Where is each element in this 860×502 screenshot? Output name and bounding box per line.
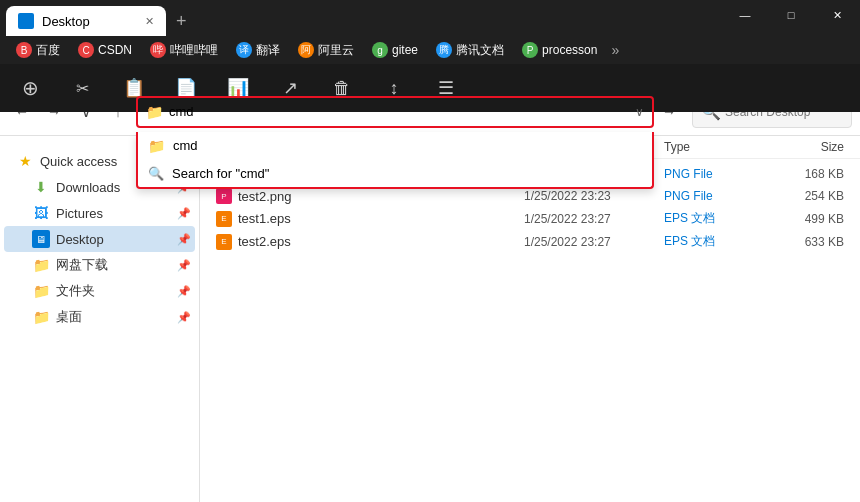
- sidebar-pictures-label: Pictures: [56, 206, 103, 221]
- file-size: 168 KB: [764, 167, 844, 181]
- table-row[interactable]: E test1.eps 1/25/2022 23:27 EPS 文档 499 K…: [200, 207, 860, 230]
- png-file-icon: P: [216, 188, 232, 204]
- sidebar-item-pictures[interactable]: 🖼 Pictures 📌: [4, 200, 195, 226]
- bookmark-bilibili[interactable]: 哔 哔哩哔哩: [142, 40, 226, 61]
- bookmark-label: 哔哩哔哩: [170, 42, 218, 59]
- address-input[interactable]: [169, 104, 629, 119]
- pin-icon: 📌: [177, 259, 191, 272]
- address-bar[interactable]: 📁 ∨: [136, 96, 654, 128]
- address-chevron-icon[interactable]: ∨: [635, 105, 644, 119]
- tencent-docs-icon: 腾: [436, 42, 452, 58]
- file-name-label: test2.eps: [238, 234, 291, 249]
- sidebar-item-desktop2[interactable]: 📁 桌面 📌: [4, 304, 195, 330]
- file-size: 254 KB: [764, 189, 844, 203]
- sidebar-item-netdisk[interactable]: 📁 网盘下载 📌: [4, 252, 195, 278]
- bookmark-csdn[interactable]: C CSDN: [70, 40, 140, 60]
- bookmark-translate[interactable]: 译 翻译: [228, 40, 288, 61]
- file-type: EPS 文档: [664, 210, 764, 227]
- sidebar-desktop2-label: 桌面: [56, 308, 82, 326]
- dropdown-item-search-cmd[interactable]: 🔍 Search for "cmd": [138, 160, 652, 187]
- quick-access-label: Quick access: [40, 154, 117, 169]
- bookmark-label: processon: [542, 43, 597, 57]
- sidebar-folder-label: 文件夹: [56, 282, 95, 300]
- translate-icon: 译: [236, 42, 252, 58]
- bookmark-label: CSDN: [98, 43, 132, 57]
- file-explorer: ← → ∨ ↑ 📁 ∨ 📁 cmd 🔍 Search for "cmd": [0, 88, 860, 502]
- sidebar-desktop-label: Desktop: [56, 232, 104, 247]
- pin-icon: 📌: [177, 285, 191, 298]
- active-tab[interactable]: Desktop ✕: [6, 6, 166, 36]
- bookmark-label: gitee: [392, 43, 418, 57]
- file-type: PNG File: [664, 189, 764, 203]
- sidebar: ★ Quick access ⬇ Downloads 📌 🖼 Pictures …: [0, 136, 200, 502]
- minimize-button[interactable]: —: [722, 0, 768, 30]
- file-name-label: test2.png: [238, 189, 292, 204]
- file-date: 1/25/2022 23:23: [524, 189, 664, 203]
- desktop2-icon: 📁: [32, 308, 50, 326]
- bookmarks-more-icon[interactable]: »: [611, 42, 619, 58]
- file-date: 1/25/2022 23:27: [524, 212, 664, 226]
- bookmark-label: 阿里云: [318, 42, 354, 59]
- eps-file-icon: E: [216, 211, 232, 227]
- downloads-icon: ⬇: [32, 178, 50, 196]
- file-type: PNG File: [664, 167, 764, 181]
- bookmark-label: 翻译: [256, 42, 280, 59]
- pin-icon: 📌: [177, 207, 191, 220]
- bookmarks-bar: B 百度 C CSDN 哔 哔哩哔哩 译 翻译 阿 阿里云 g gitee 腾 …: [0, 36, 860, 64]
- window-controls: — □ ✕: [722, 0, 860, 30]
- column-header-size[interactable]: Size: [764, 140, 844, 154]
- dropdown-folder-icon: 📁: [148, 138, 165, 154]
- star-icon: ★: [16, 152, 34, 170]
- eps-file-icon: E: [216, 234, 232, 250]
- desktop-icon: 🖥: [32, 230, 50, 248]
- dropdown-item-label: cmd: [173, 138, 198, 153]
- address-dropdown: 📁 cmd 🔍 Search for "cmd": [136, 132, 654, 189]
- sidebar-downloads-label: Downloads: [56, 180, 120, 195]
- bookmark-processon[interactable]: P processon: [514, 40, 605, 60]
- sidebar-item-desktop[interactable]: 🖥 Desktop 📌: [4, 226, 195, 252]
- bookmark-label: 百度: [36, 42, 60, 59]
- dropdown-search-icon: 🔍: [148, 166, 164, 181]
- bookmark-label: 腾讯文档: [456, 42, 504, 59]
- bilibili-icon: 哔: [150, 42, 166, 58]
- gitee-icon: g: [372, 42, 388, 58]
- file-size: 499 KB: [764, 212, 844, 226]
- tab-folder-icon: [18, 13, 34, 29]
- column-header-type[interactable]: Type: [664, 140, 764, 154]
- pin-icon: 📌: [177, 233, 191, 246]
- file-type: EPS 文档: [664, 233, 764, 250]
- new-tab-button[interactable]: +: [170, 9, 193, 34]
- explorer-body: ★ Quick access ⬇ Downloads 📌 🖼 Pictures …: [0, 136, 860, 502]
- csdn-icon: C: [78, 42, 94, 58]
- folder-icon: 📁: [32, 282, 50, 300]
- pin-icon: 📌: [177, 311, 191, 324]
- file-size: 633 KB: [764, 235, 844, 249]
- table-row[interactable]: E test2.eps 1/25/2022 23:27 EPS 文档 633 K…: [200, 230, 860, 253]
- sidebar-item-folder[interactable]: 📁 文件夹 📌: [4, 278, 195, 304]
- dropdown-search-label: Search for "cmd": [172, 166, 269, 181]
- bookmark-baidu[interactable]: B 百度: [8, 40, 68, 61]
- address-bar-container: 📁 ∨ 📁 cmd 🔍 Search for "cmd": [136, 96, 654, 128]
- close-button[interactable]: ✕: [814, 0, 860, 30]
- bookmark-gitee[interactable]: g gitee: [364, 40, 426, 60]
- baidu-icon: B: [16, 42, 32, 58]
- new-button[interactable]: ⊕: [12, 70, 48, 106]
- aliyun-icon: 阿: [298, 42, 314, 58]
- sidebar-netdisk-label: 网盘下载: [56, 256, 108, 274]
- pictures-icon: 🖼: [32, 204, 50, 222]
- file-name-label: test1.eps: [238, 211, 291, 226]
- tab-title: Desktop: [42, 14, 90, 29]
- processon-icon: P: [522, 42, 538, 58]
- main-content: Name Date modified Type Size P test1.png…: [200, 136, 860, 502]
- address-folder-icon: 📁: [146, 104, 163, 120]
- cut-button[interactable]: ✂: [64, 70, 100, 106]
- file-date: 1/25/2022 23:27: [524, 235, 664, 249]
- maximize-button[interactable]: □: [768, 0, 814, 30]
- dropdown-item-cmd-folder[interactable]: 📁 cmd: [138, 132, 652, 160]
- netdisk-icon: 📁: [32, 256, 50, 274]
- bookmark-aliyun[interactable]: 阿 阿里云: [290, 40, 362, 61]
- tab-close-button[interactable]: ✕: [145, 15, 154, 28]
- tab-bar: Desktop ✕ + — □ ✕: [0, 0, 860, 36]
- bookmark-tencent-docs[interactable]: 腾 腾讯文档: [428, 40, 512, 61]
